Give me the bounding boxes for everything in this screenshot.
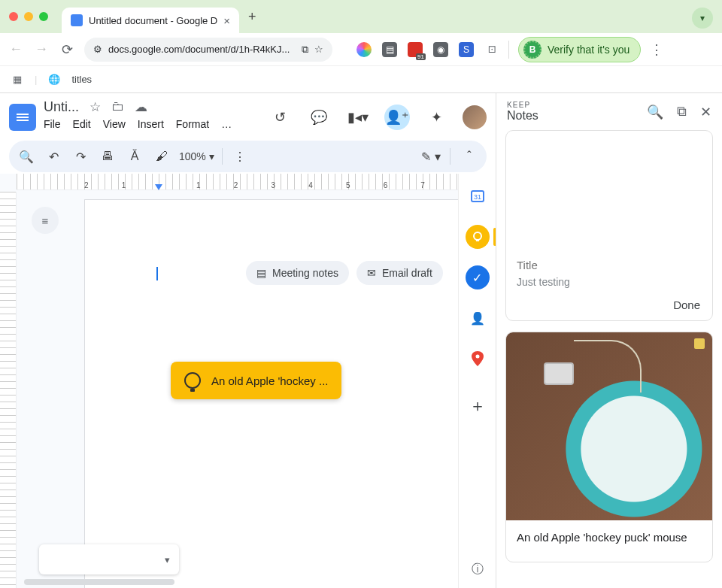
toolbar-more-icon[interactable]: ⋮ (230, 150, 250, 164)
bookmark-star-icon[interactable]: ☆ (314, 44, 323, 55)
document-icon: ▤ (256, 267, 266, 279)
bookmarks-bar: ▦ | 🌐 titles (0, 66, 722, 93)
vertical-ruler[interactable] (0, 192, 17, 588)
camera-icon[interactable]: ◉ (433, 42, 448, 57)
chip-label: Email draft (382, 267, 432, 279)
close-icon[interactable]: ✕ (700, 104, 711, 120)
svg-point-2 (474, 232, 481, 240)
docs-workspace: ≡ 2 1 1 2 3 4 5 6 7 (0, 174, 496, 588)
back-button[interactable]: ← (8, 41, 24, 57)
chevron-down-icon: ▾ (165, 554, 170, 565)
keep-title: Notes (507, 109, 538, 123)
maximize-window-icon[interactable] (39, 12, 48, 21)
reader-icon[interactable]: ▤ (382, 42, 397, 57)
tasks-icon[interactable]: ✓ (466, 265, 490, 289)
ruler-tick: 2 (234, 181, 272, 189)
search-menus-icon[interactable]: 🔍 (17, 150, 36, 164)
bookmark-titles[interactable]: titles (71, 74, 92, 85)
keep-eyebrow: KEEP (507, 101, 538, 109)
gemini-star-icon[interactable]: ✦ (423, 105, 449, 130)
chevron-down-icon: ▾ (209, 150, 214, 162)
pin-icon[interactable] (694, 338, 705, 349)
indent-marker-icon[interactable] (155, 184, 162, 190)
email-icon: ✉ (367, 267, 376, 279)
keep-body: Just testing Done An old Apple 'hockey p… (496, 130, 722, 588)
template-chips: ▤ Meeting notes ✉ Email draft (246, 261, 443, 285)
ruler-tick: 1 (196, 181, 234, 189)
ruler-tick: 4 (308, 181, 346, 189)
close-tab-icon[interactable]: × (223, 14, 230, 27)
horizontal-scrollbar[interactable] (24, 579, 174, 585)
new-tab-button[interactable]: + (248, 9, 256, 25)
extension-icon[interactable] (356, 42, 372, 57)
toast-text: An old Apple 'hockey ... (211, 374, 328, 387)
menu-view[interactable]: View (103, 118, 126, 130)
blocker-icon[interactable]: 91 (408, 42, 423, 57)
verify-identity-chip[interactable]: B Verify that it's you (518, 37, 641, 62)
contacts-icon[interactable]: 👤 (466, 306, 490, 330)
forward-button[interactable]: → (33, 41, 50, 57)
star-icon[interactable]: ☆ (89, 99, 101, 115)
keep-icon[interactable] (466, 225, 490, 249)
site-settings-icon[interactable]: ⚙ (93, 44, 102, 55)
paint-format-icon[interactable]: 🖌 (152, 150, 171, 163)
info-icon[interactable]: ⓘ (472, 562, 484, 577)
explore-button[interactable]: ▾ (39, 544, 179, 574)
redo-icon[interactable]: ↷ (71, 150, 90, 164)
docs-logo-icon[interactable] (9, 104, 36, 131)
maps-icon[interactable] (466, 347, 490, 371)
undo-icon[interactable]: ↶ (44, 150, 63, 164)
meet-icon[interactable]: ▮◂▾ (345, 105, 371, 130)
menu-format[interactable]: Format (176, 118, 209, 130)
email-draft-chip[interactable]: ✉ Email draft (356, 261, 443, 285)
extension-s-icon[interactable]: S (459, 42, 474, 57)
close-window-icon[interactable] (9, 12, 18, 21)
note-body-text[interactable]: Just testing (517, 276, 702, 288)
note-card[interactable]: An old Apple 'hockey puck' mouse (505, 332, 713, 562)
url-text: docs.google.com/document/d/1h-R4kKJ... (108, 44, 290, 55)
menu-insert[interactable]: Insert (138, 118, 164, 130)
add-addon-button[interactable]: ＋ (469, 395, 486, 417)
svg-point-4 (475, 355, 479, 359)
text-cursor (156, 267, 158, 280)
open-external-icon[interactable]: ⧉ (302, 44, 308, 56)
extensions-puzzle-icon[interactable]: ⚀ (484, 42, 499, 57)
print-icon[interactable]: 🖶 (98, 150, 117, 163)
horizontal-ruler[interactable]: 2 1 1 2 3 4 5 6 7 (17, 174, 458, 190)
menu-edit[interactable]: Edit (73, 118, 91, 130)
browser-menu-button[interactable]: ⋮ (650, 41, 663, 58)
ruler-tick: 6 (384, 181, 421, 189)
address-bar[interactable]: ⚙ docs.google.com/document/d/1h-R4kKJ...… (84, 38, 332, 62)
browser-tab[interactable]: Untitled document - Google D × (62, 8, 239, 33)
minimize-window-icon[interactable] (24, 12, 33, 21)
menu-more[interactable]: … (221, 118, 232, 130)
move-folder-icon[interactable]: 🗀 (111, 99, 124, 115)
google-docs-app: Unti... ☆ 🗀 ☁ File Edit View Insert Form… (0, 93, 496, 588)
cloud-status-icon: ☁ (135, 99, 147, 115)
note-image (506, 332, 712, 520)
ruler-tick: 1 (122, 181, 159, 189)
comments-icon[interactable]: 💬 (306, 105, 332, 130)
reload-button[interactable]: ⟳ (59, 41, 75, 58)
zoom-select[interactable]: 100% ▾ (179, 150, 214, 162)
note-title-input[interactable] (517, 259, 702, 271)
history-icon[interactable]: ↺ (267, 105, 293, 130)
account-avatar[interactable] (463, 105, 487, 129)
done-button[interactable]: Done (506, 292, 712, 320)
document-title[interactable]: Unti... (44, 99, 79, 115)
editing-mode-icon[interactable]: ✎ ▾ (421, 150, 441, 164)
note-caption: An old Apple 'hockey puck' mouse (506, 520, 712, 562)
note-editor-card[interactable]: Just testing Done (505, 130, 713, 321)
spellcheck-icon[interactable]: Ă (125, 150, 144, 163)
tab-overflow-button[interactable]: ▾ (692, 8, 713, 29)
share-button[interactable]: 👤⁺ (384, 105, 410, 130)
search-icon[interactable]: 🔍 (647, 104, 663, 120)
open-in-new-icon[interactable]: ⧉ (677, 104, 687, 120)
calendar-icon[interactable]: 31 (466, 184, 490, 208)
meeting-notes-chip[interactable]: ▤ Meeting notes (246, 261, 349, 285)
ruler-tick: 5 (346, 181, 384, 189)
collapse-toolbar-icon[interactable]: ˆ (460, 150, 479, 163)
menu-file[interactable]: File (44, 118, 61, 130)
keep-note-toast[interactable]: An old Apple 'hockey ... (171, 362, 341, 399)
apps-grid-icon[interactable]: ▦ (11, 73, 24, 86)
